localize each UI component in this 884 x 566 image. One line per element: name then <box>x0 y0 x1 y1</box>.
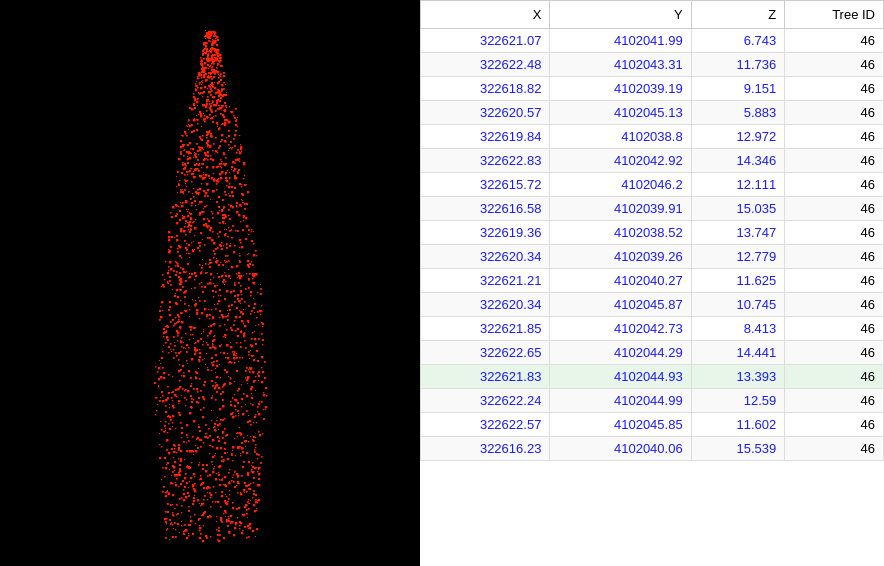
table-row: 322615.724102046.212.11146 <box>421 173 884 197</box>
table-cell-z: 11.625 <box>691 269 785 293</box>
table-cell-tree_id: 46 <box>785 341 884 365</box>
table-cell-y: 4102038.8 <box>550 125 691 149</box>
table-cell-x: 322618.82 <box>421 77 550 101</box>
table-cell-x: 322620.57 <box>421 101 550 125</box>
table-cell-x: 322622.57 <box>421 413 550 437</box>
table-cell-tree_id: 46 <box>785 245 884 269</box>
table-cell-tree_id: 46 <box>785 53 884 77</box>
table-row: 322622.574102045.8511.60246 <box>421 413 884 437</box>
table-cell-z: 5.883 <box>691 101 785 125</box>
table-cell-x: 322619.84 <box>421 125 550 149</box>
table-cell-y: 4102042.92 <box>550 149 691 173</box>
table-row: 322621.834102044.9313.39346 <box>421 365 884 389</box>
table-cell-z: 15.539 <box>691 437 785 461</box>
table-cell-x: 322621.83 <box>421 365 550 389</box>
table-cell-z: 11.602 <box>691 413 785 437</box>
table-cell-z: 6.743 <box>691 29 785 53</box>
table-cell-x: 322621.85 <box>421 317 550 341</box>
table-cell-z: 12.111 <box>691 173 785 197</box>
table-cell-y: 4102044.29 <box>550 341 691 365</box>
table-cell-tree_id: 46 <box>785 413 884 437</box>
table-cell-x: 322615.72 <box>421 173 550 197</box>
table-row: 322620.574102045.135.88346 <box>421 101 884 125</box>
table-row: 322619.364102038.5213.74746 <box>421 221 884 245</box>
table-row: 322616.234102040.0615.53946 <box>421 437 884 461</box>
table-cell-z: 14.441 <box>691 341 785 365</box>
data-table-panel[interactable]: X Y Z Tree ID 322621.074102041.996.74346… <box>420 0 884 566</box>
table-row: 322621.074102041.996.74346 <box>421 29 884 53</box>
table-cell-x: 322622.83 <box>421 149 550 173</box>
table-row: 322622.654102044.2914.44146 <box>421 341 884 365</box>
table-cell-x: 322622.48 <box>421 53 550 77</box>
col-header-z: Z <box>691 1 785 29</box>
data-table: X Y Z Tree ID 322621.074102041.996.74346… <box>420 0 884 461</box>
table-header-row: X Y Z Tree ID <box>421 1 884 29</box>
table-cell-tree_id: 46 <box>785 29 884 53</box>
table-cell-tree_id: 46 <box>785 437 884 461</box>
table-cell-x: 322621.07 <box>421 29 550 53</box>
point-cloud-canvas <box>0 0 420 566</box>
table-row: 322620.344102045.8710.74546 <box>421 293 884 317</box>
table-row: 322616.584102039.9115.03546 <box>421 197 884 221</box>
table-cell-tree_id: 46 <box>785 125 884 149</box>
col-header-x: X <box>421 1 550 29</box>
table-cell-z: 12.59 <box>691 389 785 413</box>
table-cell-z: 11.736 <box>691 53 785 77</box>
col-header-treeid: Tree ID <box>785 1 884 29</box>
table-cell-y: 4102038.52 <box>550 221 691 245</box>
table-cell-y: 4102045.13 <box>550 101 691 125</box>
table-cell-x: 322620.34 <box>421 293 550 317</box>
table-cell-tree_id: 46 <box>785 269 884 293</box>
table-cell-x: 322616.23 <box>421 437 550 461</box>
table-row: 322621.854102042.738.41346 <box>421 317 884 341</box>
table-cell-y: 4102040.27 <box>550 269 691 293</box>
table-cell-tree_id: 46 <box>785 101 884 125</box>
table-cell-y: 4102044.99 <box>550 389 691 413</box>
table-row: 322621.214102040.2711.62546 <box>421 269 884 293</box>
table-cell-tree_id: 46 <box>785 173 884 197</box>
table-cell-z: 9.151 <box>691 77 785 101</box>
table-cell-z: 12.972 <box>691 125 785 149</box>
table-cell-tree_id: 46 <box>785 221 884 245</box>
table-cell-y: 4102039.26 <box>550 245 691 269</box>
table-cell-z: 13.393 <box>691 365 785 389</box>
table-row: 322620.344102039.2612.77946 <box>421 245 884 269</box>
table-cell-y: 4102041.99 <box>550 29 691 53</box>
table-body: 322621.074102041.996.74346322622.4841020… <box>421 29 884 461</box>
table-cell-x: 322620.34 <box>421 245 550 269</box>
table-cell-tree_id: 46 <box>785 389 884 413</box>
table-cell-x: 322619.36 <box>421 221 550 245</box>
table-cell-z: 8.413 <box>691 317 785 341</box>
table-cell-z: 14.346 <box>691 149 785 173</box>
table-cell-tree_id: 46 <box>785 365 884 389</box>
table-row: 322622.244102044.9912.5946 <box>421 389 884 413</box>
table-cell-tree_id: 46 <box>785 197 884 221</box>
table-cell-y: 4102042.73 <box>550 317 691 341</box>
table-cell-y: 4102044.93 <box>550 365 691 389</box>
table-cell-y: 4102045.85 <box>550 413 691 437</box>
table-cell-z: 15.035 <box>691 197 785 221</box>
table-cell-tree_id: 46 <box>785 293 884 317</box>
table-cell-x: 322622.24 <box>421 389 550 413</box>
table-cell-z: 13.747 <box>691 221 785 245</box>
table-cell-x: 322616.58 <box>421 197 550 221</box>
table-cell-y: 4102046.2 <box>550 173 691 197</box>
table-cell-y: 4102040.06 <box>550 437 691 461</box>
table-cell-z: 12.779 <box>691 245 785 269</box>
table-cell-y: 4102039.19 <box>550 77 691 101</box>
table-cell-y: 4102043.31 <box>550 53 691 77</box>
table-cell-tree_id: 46 <box>785 317 884 341</box>
table-cell-x: 322621.21 <box>421 269 550 293</box>
table-cell-tree_id: 46 <box>785 77 884 101</box>
table-cell-z: 10.745 <box>691 293 785 317</box>
point-cloud-panel <box>0 0 420 566</box>
table-cell-tree_id: 46 <box>785 149 884 173</box>
table-row: 322619.844102038.812.97246 <box>421 125 884 149</box>
table-cell-x: 322622.65 <box>421 341 550 365</box>
table-cell-y: 4102045.87 <box>550 293 691 317</box>
table-cell-y: 4102039.91 <box>550 197 691 221</box>
table-row: 322622.484102043.3111.73646 <box>421 53 884 77</box>
table-row: 322618.824102039.199.15146 <box>421 77 884 101</box>
col-header-y: Y <box>550 1 691 29</box>
table-row: 322622.834102042.9214.34646 <box>421 149 884 173</box>
